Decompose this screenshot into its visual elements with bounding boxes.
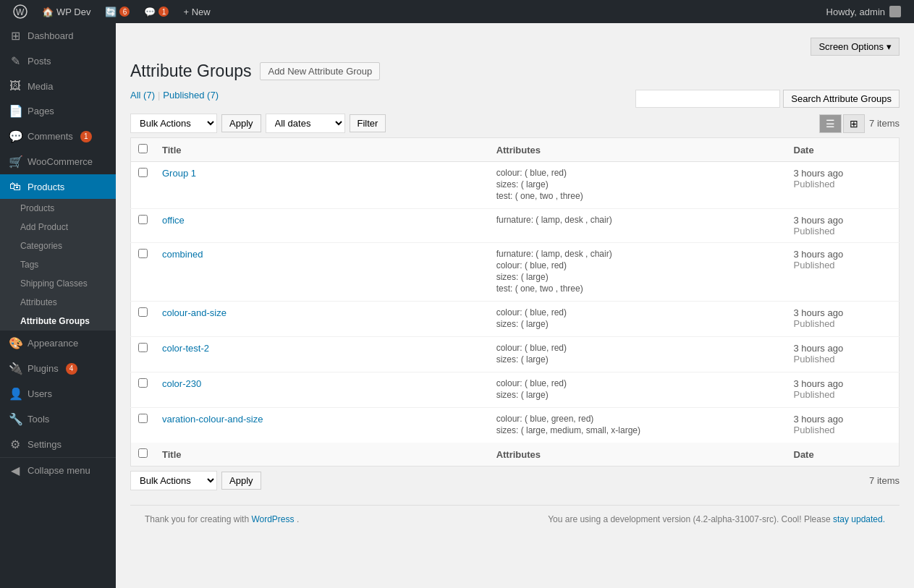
table-header-row: Title Attributes Date bbox=[131, 138, 900, 162]
date-main: 3 hours ago bbox=[794, 378, 892, 389]
top-toolbar-row: Bulk Actions Apply All dates Filter ☰ ⊞ … bbox=[130, 114, 900, 133]
sidebar-item-tools[interactable]: 🔧 Tools bbox=[0, 406, 116, 432]
new-item[interactable]: + New bbox=[176, 0, 217, 23]
search-input[interactable] bbox=[635, 90, 780, 108]
sidebar-item-plugins[interactable]: 🔌 Plugins 4 bbox=[0, 356, 116, 381]
row-title-link[interactable]: color-230 bbox=[162, 378, 201, 389]
sidebar-item-label: Plugins bbox=[27, 363, 59, 374]
site-name-item[interactable]: 🏠 WP Dev bbox=[35, 0, 98, 23]
submenu-products[interactable]: Products bbox=[0, 199, 116, 218]
sidebar-item-users[interactable]: 👤 Users bbox=[0, 381, 116, 406]
date-status: Published bbox=[794, 260, 892, 270]
date-column-header[interactable]: Date bbox=[787, 138, 900, 162]
sidebar-item-pages[interactable]: 📄 Pages bbox=[0, 98, 116, 124]
sidebar-item-dashboard[interactable]: ⊞ Dashboard bbox=[0, 23, 116, 48]
row-checkbox[interactable] bbox=[138, 249, 148, 258]
items-count-top: 7 items bbox=[869, 118, 900, 129]
sidebar-item-products[interactable]: 🛍 Products bbox=[0, 174, 116, 199]
grid-view-button[interactable]: ⊞ bbox=[843, 114, 865, 133]
top-filter-row: All (7) | Published (7) Search Attribute… bbox=[130, 90, 900, 108]
row-title-link[interactable]: varation-colour-and-size bbox=[162, 414, 263, 425]
bulk-actions-select-top[interactable]: Bulk Actions bbox=[130, 114, 217, 133]
submenu-categories[interactable]: Categories bbox=[0, 237, 116, 255]
row-checkbox[interactable] bbox=[138, 168, 148, 177]
row-checkbox[interactable] bbox=[138, 414, 148, 423]
attribute-line: colour: ( blue, red) bbox=[496, 260, 779, 270]
row-attributes-cell: colour: ( blue, red)sizes: ( large) bbox=[489, 302, 787, 337]
row-checkbox[interactable] bbox=[138, 343, 148, 352]
row-checkbox[interactable] bbox=[138, 378, 148, 388]
dates-select[interactable]: All dates bbox=[266, 114, 345, 133]
date-main: 3 hours ago bbox=[794, 343, 892, 354]
row-checkbox[interactable] bbox=[138, 215, 148, 224]
new-label: + New bbox=[183, 7, 210, 17]
row-checkbox[interactable] bbox=[138, 307, 148, 317]
submenu-attribute-groups[interactable]: Attribute Groups bbox=[0, 312, 116, 331]
filter-button[interactable]: Filter bbox=[350, 114, 386, 132]
table-row: varation-colour-and-sizecolour: ( blue, … bbox=[131, 408, 900, 443]
submenu-add-product[interactable]: Add Product bbox=[0, 218, 116, 237]
sidebar-item-comments[interactable]: 💬 Comments 1 bbox=[0, 124, 116, 149]
table-body: Group 1colour: ( blue, red)sizes: ( larg… bbox=[131, 162, 900, 443]
collapse-menu[interactable]: ◀ Collapse menu bbox=[0, 457, 116, 483]
layout: ⊞ Dashboard ✎ Posts 🖼 Media 📄 Pages 💬 Co… bbox=[0, 23, 914, 588]
screen-options-button[interactable]: Screen Options ▾ bbox=[811, 38, 900, 56]
row-title-cell: office bbox=[155, 209, 489, 243]
date-main: 3 hours ago bbox=[794, 249, 892, 260]
row-title-link[interactable]: combined bbox=[162, 249, 203, 260]
filter-all-link[interactable]: All (7) bbox=[130, 90, 155, 101]
sidebar-item-media[interactable]: 🖼 Media bbox=[0, 74, 116, 98]
attribute-line: sizes: ( large) bbox=[496, 272, 779, 282]
apply-button-top[interactable]: Apply bbox=[221, 114, 261, 132]
all-count: (7) bbox=[143, 90, 155, 101]
submenu-tags[interactable]: Tags bbox=[0, 255, 116, 274]
select-all-footer-checkbox[interactable] bbox=[138, 448, 148, 458]
attribute-line: sizes: ( large) bbox=[496, 390, 779, 400]
apply-button-bottom[interactable]: Apply bbox=[221, 472, 261, 490]
sidebar-item-posts[interactable]: ✎ Posts bbox=[0, 48, 116, 74]
view-toggle: ☰ ⊞ bbox=[819, 114, 865, 133]
sidebar-item-label: Comments bbox=[27, 131, 73, 142]
howdy-item[interactable]: Howdy, admin bbox=[819, 6, 908, 17]
row-title-link[interactable]: Group 1 bbox=[162, 168, 196, 179]
sidebar-item-settings[interactable]: ⚙ Settings bbox=[0, 432, 116, 457]
date-status: Published bbox=[794, 389, 892, 400]
version-text: You are using a development version (4.2… bbox=[548, 514, 833, 524]
comments-icon: 💬 bbox=[144, 7, 156, 17]
posts-icon: ✎ bbox=[9, 54, 22, 68]
sidebar-item-appearance[interactable]: 🎨 Appearance bbox=[0, 331, 116, 356]
row-date-cell: 3 hours agoPublished bbox=[787, 372, 900, 408]
plugins-icon: 🔌 bbox=[9, 362, 22, 375]
select-all-checkbox[interactable] bbox=[138, 144, 148, 153]
site-name: WP Dev bbox=[56, 7, 90, 17]
updates-item[interactable]: 🔄 6 bbox=[98, 0, 137, 23]
row-title-link[interactable]: office bbox=[162, 215, 185, 226]
wordpress-link[interactable]: WordPress bbox=[251, 514, 294, 524]
title-column-header[interactable]: Title bbox=[155, 138, 489, 162]
attribute-line: test: ( one, two , three) bbox=[496, 191, 779, 201]
products-submenu: Products Add Product Categories Tags Shi… bbox=[0, 199, 116, 331]
search-button[interactable]: Search Attribute Groups bbox=[783, 90, 900, 108]
comments-item[interactable]: 💬 1 bbox=[137, 0, 176, 23]
items-count-bottom: 7 items bbox=[869, 475, 900, 486]
add-new-button[interactable]: Add New Attribute Group bbox=[260, 62, 380, 80]
submenu-attributes[interactable]: Attributes bbox=[0, 293, 116, 312]
row-title-link[interactable]: colour-and-size bbox=[162, 307, 227, 318]
row-attributes-cell: colour: ( blue, green, red)sizes: ( larg… bbox=[489, 408, 787, 443]
row-title-link[interactable]: color-test-2 bbox=[162, 343, 209, 354]
site-home-icon: 🏠 bbox=[42, 7, 54, 17]
row-date-cell: 3 hours agoPublished bbox=[787, 162, 900, 209]
filter-published-link[interactable]: Published (7) bbox=[163, 90, 219, 101]
date-footer-header: Date bbox=[787, 443, 900, 466]
stay-updated-link[interactable]: stay updated. bbox=[833, 514, 885, 524]
sidebar-item-label: Media bbox=[27, 81, 53, 92]
attribute-line: sizes: ( large) bbox=[496, 354, 779, 365]
wp-logo-item[interactable]: W bbox=[6, 0, 35, 23]
sidebar-item-woocommerce[interactable]: 🛒 WooCommerce bbox=[0, 149, 116, 174]
bulk-actions-select-bottom[interactable]: Bulk Actions bbox=[130, 471, 217, 490]
sidebar-item-label: Settings bbox=[27, 439, 62, 450]
attribute-line: sizes: ( large) bbox=[496, 179, 779, 189]
submenu-shipping-classes[interactable]: Shipping Classes bbox=[0, 274, 116, 293]
updates-badge: 6 bbox=[119, 7, 130, 17]
list-view-button[interactable]: ☰ bbox=[819, 114, 842, 133]
